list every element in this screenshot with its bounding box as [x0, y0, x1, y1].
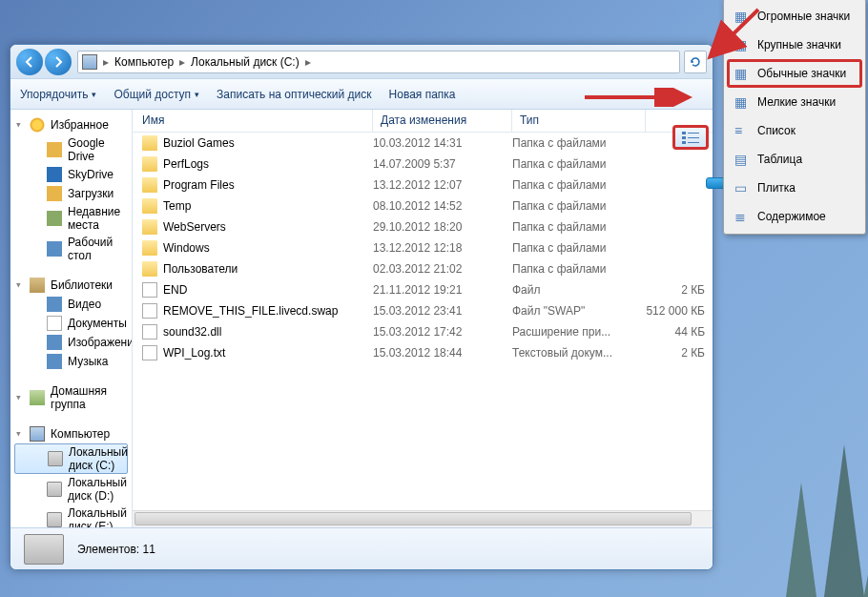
svg-rect-7 — [682, 141, 686, 144]
library-icon — [30, 278, 45, 293]
doc-icon — [142, 345, 157, 360]
file-list: Buziol Games10.03.2012 14:31Папка с файл… — [133, 133, 713, 510]
view-option-4[interactable]: ≡Список — [727, 116, 862, 145]
back-button[interactable] — [16, 49, 43, 75]
file-date: 15.03.2012 18:44 — [373, 346, 512, 360]
horizontal-scrollbar[interactable] — [133, 510, 713, 527]
view-mode-button[interactable] — [672, 125, 709, 150]
view-option-5[interactable]: ▤Таблица — [727, 145, 862, 174]
file-name: Temp — [163, 199, 191, 213]
view-icon: ≣ — [734, 209, 750, 224]
view-option-label: Плитка — [757, 181, 796, 195]
file-row[interactable]: WebServers29.10.2012 18:20Папка с файлам… — [133, 216, 713, 237]
share-button[interactable]: Общий доступ — [114, 88, 199, 101]
new-folder-button[interactable]: Новая папка — [389, 88, 456, 101]
sidebar-item-label: Загрузки — [68, 187, 114, 200]
file-row[interactable]: Temp08.10.2012 14:52Папка с файлами — [133, 196, 713, 216]
sidebar-item-drive-c[interactable]: Локальный диск (C:) — [14, 443, 128, 474]
status-text: Элементов: 11 — [77, 543, 155, 556]
favorites-header[interactable]: Избранное — [10, 115, 132, 134]
homegroup-header[interactable]: Домашняя группа — [10, 382, 132, 413]
window-body: Избранное Google Drive SkyDrive Загрузки… — [10, 110, 713, 527]
file-name: sound32.dll — [163, 325, 221, 339]
file-type: Файл "SWAP" — [512, 304, 646, 318]
column-name[interactable]: Имя — [133, 110, 373, 132]
doc-icon — [142, 303, 157, 319]
view-option-3[interactable]: ▦Мелкие значки — [727, 88, 862, 116]
sidebar-item-recent[interactable]: Недавние места — [10, 203, 132, 234]
file-row[interactable]: Buziol Games10.03.2012 14:31Папка с файл… — [133, 133, 713, 154]
chevron-right-icon: ▸ — [177, 55, 187, 69]
downloads-icon — [47, 186, 62, 201]
libraries-header[interactable]: Библиотеки — [10, 276, 132, 295]
homegroup-group: Домашняя группа — [10, 382, 132, 413]
titlebar: ▸ Компьютер ▸ Локальный диск (C:) ▸ — [10, 45, 713, 79]
sidebar-item-video[interactable]: Видео — [10, 295, 132, 314]
file-name: PerfLogs — [163, 157, 209, 171]
file-row[interactable]: Program Files13.12.2012 12:07Папка с фай… — [133, 175, 713, 196]
file-date: 15.03.2012 23:41 — [373, 304, 512, 318]
folder-icon — [142, 240, 157, 256]
sidebar-item-downloads[interactable]: Загрузки — [10, 184, 132, 203]
view-option-6[interactable]: ▭Плитка — [727, 174, 862, 202]
sidebar-item-gdrive[interactable]: Google Drive — [10, 134, 132, 165]
view-option-7[interactable]: ≣Содержимое — [727, 202, 862, 231]
folder-icon — [142, 261, 157, 277]
sidebar-item-drive-d[interactable]: Локальный диск (D:) — [10, 474, 132, 504]
sidebar-item-desktop[interactable]: Рабочий стол — [10, 234, 132, 264]
file-date: 14.07.2009 5:37 — [373, 157, 512, 171]
svg-marker-1 — [820, 444, 868, 597]
computer-icon — [82, 54, 97, 70]
file-row[interactable]: WPI_Log.txt15.03.2012 18:44Текстовый док… — [133, 342, 713, 363]
folder-icon — [142, 135, 157, 151]
column-headers: Имя Дата изменения Тип — [133, 110, 713, 133]
libraries-group: Библиотеки Видео Документы Изображения М… — [10, 276, 132, 371]
file-row[interactable]: sound32.dll15.03.2012 17:42Расширение пр… — [133, 321, 713, 342]
view-icon: ▤ — [734, 152, 750, 167]
computer-icon — [30, 426, 45, 442]
sidebar-item-documents[interactable]: Документы — [10, 314, 132, 333]
file-name: REMOVE_THIS_FILE.livecd.swap — [163, 304, 338, 318]
document-icon — [47, 316, 62, 331]
music-icon — [47, 354, 62, 369]
drive-icon — [47, 482, 62, 497]
computer-header[interactable]: Компьютер — [10, 424, 132, 443]
sidebar-item-skydrive[interactable]: SkyDrive — [10, 165, 132, 184]
desktop-icon — [47, 241, 62, 257]
column-type[interactable]: Тип — [512, 110, 646, 132]
homegroup-label: Домашняя группа — [51, 384, 122, 411]
file-date: 08.10.2012 14:52 — [373, 199, 512, 213]
file-date: 02.03.2012 21:02 — [373, 262, 512, 276]
view-option-label: Крупные значки — [757, 38, 841, 51]
annotation-arrow — [701, 2, 768, 69]
file-row[interactable]: PerfLogs14.07.2009 5:37Папка с файлами — [133, 154, 713, 175]
forward-button[interactable] — [45, 49, 72, 75]
column-date[interactable]: Дата изменения — [373, 110, 512, 132]
file-name: WPI_Log.txt — [163, 346, 225, 360]
file-row[interactable]: Windows13.12.2012 12:18Папка с файлами — [133, 237, 713, 258]
file-size: 2 КБ — [646, 283, 713, 297]
file-row[interactable]: END21.11.2012 19:21Файл2 КБ — [133, 279, 713, 300]
scrollbar-thumb[interactable] — [134, 512, 692, 525]
sidebar-item-music[interactable]: Музыка — [10, 352, 132, 371]
burn-button[interactable]: Записать на оптический диск — [217, 88, 372, 101]
breadcrumb[interactable]: ▸ Компьютер ▸ Локальный диск (C:) ▸ — [77, 51, 680, 73]
file-row[interactable]: REMOVE_THIS_FILE.livecd.swap15.03.2012 2… — [133, 300, 713, 321]
file-row[interactable]: Пользователи02.03.2012 21:02Папка с файл… — [133, 258, 713, 279]
skydrive-icon — [47, 167, 62, 182]
svg-rect-4 — [688, 133, 699, 134]
drive-large-icon — [24, 534, 64, 565]
chevron-right-icon: ▸ — [303, 55, 313, 69]
file-date: 10.03.2012 14:31 — [373, 136, 512, 150]
sidebar-item-drive-e[interactable]: Локальный диск (E:) — [10, 504, 132, 527]
homegroup-icon — [30, 390, 45, 405]
breadcrumb-computer[interactable]: Компьютер — [111, 55, 177, 69]
svg-rect-8 — [688, 142, 699, 143]
organize-button[interactable]: Упорядочить — [20, 88, 96, 101]
file-type: Папка с файлами — [512, 241, 646, 255]
sidebar-item-images[interactable]: Изображения — [10, 333, 132, 352]
svg-marker-0 — [782, 483, 820, 597]
star-icon — [30, 117, 45, 133]
breadcrumb-drive-c[interactable]: Локальный диск (C:) — [187, 55, 303, 69]
file-type: Папка с файлами — [512, 199, 646, 213]
